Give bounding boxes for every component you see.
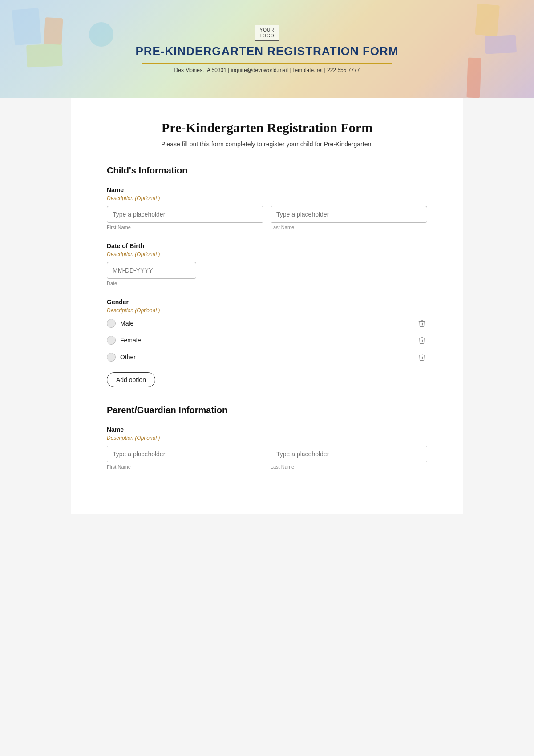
field-label-dob: Date of Birth [107, 242, 427, 249]
section-child-info: Child's Information Name Description (Op… [107, 165, 427, 387]
radio-label-other: Other [120, 354, 136, 361]
radio-option-female: Female [107, 335, 427, 346]
field-desc-parent-name: Description (Optional ) [107, 435, 427, 441]
delete-other-icon[interactable] [417, 352, 427, 362]
field-group-gender: Gender Description (Optional ) Male [107, 298, 427, 387]
last-name-input[interactable] [271, 206, 427, 223]
hero-banner: YOUR LOGO PRE-KINDERGARTEN REGISTRATION … [0, 0, 534, 98]
first-name-input[interactable] [107, 206, 263, 223]
radio-circle-male[interactable] [107, 319, 116, 328]
field-group-dob: Date of Birth Description (Optional ) Da… [107, 242, 427, 286]
field-label-name: Name [107, 186, 427, 193]
field-desc-name: Description (Optional ) [107, 195, 427, 201]
parent-first-name-col: First Name [107, 446, 263, 470]
delete-female-icon[interactable] [417, 335, 427, 346]
radio-label-male: Male [120, 320, 134, 327]
hero-contact: Des Moines, IA 50301 | inquire@devoworld… [174, 67, 360, 73]
radio-option-male: Male [107, 318, 427, 329]
hero-underline [142, 63, 392, 64]
radio-option-female-left: Female [107, 336, 141, 345]
field-group-parent-name: Name Description (Optional ) First Name … [107, 426, 427, 470]
radio-option-male-left: Male [107, 319, 134, 328]
section-parent-info: Parent/Guardian Information Name Descrip… [107, 405, 427, 470]
radio-circle-other[interactable] [107, 353, 116, 362]
field-group-name: Name Description (Optional ) First Name … [107, 186, 427, 230]
first-name-sublabel: First Name [107, 225, 263, 230]
form-subtitle: Please fill out this form completely to … [107, 141, 427, 148]
section-parent-title: Parent/Guardian Information [107, 405, 427, 415]
name-field-row: First Name Last Name [107, 206, 427, 230]
first-name-col: First Name [107, 206, 263, 230]
last-name-sublabel: Last Name [271, 225, 427, 230]
radio-label-female: Female [120, 337, 141, 344]
parent-first-name-sublabel: First Name [107, 464, 263, 470]
parent-last-name-col: Last Name [271, 446, 427, 470]
radio-circle-female[interactable] [107, 336, 116, 345]
field-label-parent-name: Name [107, 426, 427, 433]
parent-last-name-sublabel: Last Name [271, 464, 427, 470]
radio-option-other-left: Other [107, 353, 136, 362]
section-child-title: Child's Information [107, 165, 427, 176]
delete-male-icon[interactable] [417, 318, 427, 329]
parent-last-name-input[interactable] [271, 446, 427, 462]
logo-line2: LOGO [260, 33, 275, 38]
main-content: Pre-Kindergarten Registration Form Pleas… [71, 98, 463, 514]
field-desc-dob: Description (Optional ) [107, 251, 427, 257]
field-label-gender: Gender [107, 298, 427, 306]
hero-title: PRE-KINDERGARTEN REGISTRATION FORM [135, 44, 398, 58]
dob-sublabel: Date [107, 281, 427, 286]
parent-name-field-row: First Name Last Name [107, 446, 427, 470]
form-main-title: Pre-Kindergarten Registration Form [107, 120, 427, 135]
add-option-button[interactable]: Add option [107, 372, 155, 387]
hero-content: YOUR LOGO PRE-KINDERGARTEN REGISTRATION … [0, 0, 534, 98]
field-desc-gender: Description (Optional ) [107, 307, 427, 314]
parent-first-name-input[interactable] [107, 446, 263, 462]
logo-line1: YOUR [260, 28, 275, 32]
last-name-col: Last Name [271, 206, 427, 230]
logo-box: YOUR LOGO [255, 25, 279, 41]
dob-input[interactable] [107, 262, 196, 279]
radio-option-other: Other [107, 352, 427, 362]
